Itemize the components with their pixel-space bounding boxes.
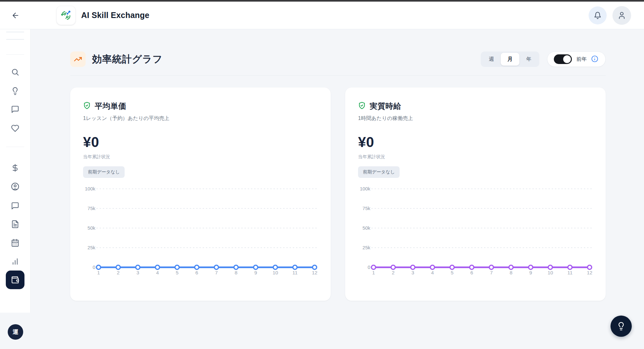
period-year-button[interactable]: 年	[519, 53, 538, 66]
lightbulb-icon	[617, 322, 626, 331]
svg-text:3: 3	[412, 270, 414, 275]
bell-icon	[594, 12, 601, 19]
sidebar-item-file-text[interactable]	[8, 217, 22, 231]
chat-icon	[11, 202, 19, 210]
svg-text:0: 0	[93, 264, 95, 270]
svg-text:0: 0	[368, 264, 370, 270]
previous-year-toggle[interactable]	[554, 54, 572, 64]
svg-text:8: 8	[235, 270, 238, 275]
svg-text:2: 2	[117, 270, 120, 275]
search-icon	[11, 68, 19, 76]
section-header: 効率統計グラフ 週 月 年 前年	[70, 51, 606, 67]
period-week-button[interactable]: 週	[482, 53, 501, 66]
svg-text:12: 12	[312, 270, 317, 275]
info-icon[interactable]	[591, 55, 599, 63]
svg-text:10: 10	[272, 270, 278, 275]
sidebar-divider	[6, 147, 24, 147]
average-price-chart: 100k75k50k25k0123456789101112	[83, 182, 318, 279]
sidebar-item-bar-chart[interactable]	[8, 254, 22, 269]
calendar-icon	[11, 239, 19, 247]
no-previous-data-badge: 前期データなし	[83, 166, 125, 178]
sidebar-item-lightbulb[interactable]	[8, 84, 22, 98]
svg-text:50k: 50k	[88, 225, 96, 231]
profile-button[interactable]	[612, 6, 631, 25]
sidebar-divider	[6, 54, 24, 55]
svg-text:75k: 75k	[363, 206, 371, 211]
svg-text:9: 9	[529, 270, 532, 275]
svg-text:12: 12	[587, 270, 592, 275]
svg-text:1: 1	[372, 270, 375, 275]
svg-text:6: 6	[470, 270, 473, 275]
svg-text:100k: 100k	[360, 186, 370, 191]
user-circle-icon	[11, 182, 19, 191]
period-month-button[interactable]: 月	[501, 53, 519, 66]
previous-year-toggle-group: 前年	[547, 51, 606, 67]
main-content: 効率統計グラフ 週 月 年 前年	[31, 29, 644, 349]
app-header: AI Skill Exchange	[0, 2, 644, 29]
section-divider	[70, 75, 606, 76]
svg-text:8: 8	[510, 270, 513, 275]
user-icon	[618, 11, 626, 20]
svg-text:10: 10	[547, 270, 553, 275]
back-arrow-icon	[11, 11, 20, 20]
hourly-wage-chart: 100k75k50k25k0123456789101112	[358, 182, 593, 279]
svg-text:5: 5	[176, 270, 179, 275]
svg-text:11: 11	[292, 270, 298, 275]
operator-badge[interactable]: 運	[8, 324, 23, 340]
file-text-icon	[11, 220, 19, 228]
heart-icon	[11, 124, 19, 133]
app-logo-icon	[57, 6, 75, 25]
svg-text:1: 1	[97, 270, 100, 275]
sidebar-placeholder-bar	[6, 39, 24, 40]
no-previous-data-badge: 前期データなし	[358, 166, 400, 178]
svg-text:7: 7	[490, 270, 493, 275]
svg-text:3: 3	[137, 270, 139, 275]
svg-text:4: 4	[156, 270, 159, 275]
card-caption: 当年累計状況	[358, 154, 593, 160]
svg-text:75k: 75k	[88, 206, 96, 211]
page-title: 効率統計グラフ	[92, 53, 163, 66]
sidebar-item-search[interactable]	[8, 65, 22, 79]
wallet-icon	[11, 276, 19, 284]
card-caption: 当年累計状況	[83, 154, 318, 160]
trending-up-icon	[70, 51, 86, 67]
hourly-wage-card: 実質時給 1時間あたりの稼働売上 ¥0 当年累計状況 前期データなし 100k7…	[345, 87, 606, 301]
sidebar-item-user-circle[interactable]	[8, 179, 22, 194]
brand: AI Skill Exchange	[57, 6, 149, 25]
svg-text:6: 6	[195, 270, 198, 275]
svg-text:5: 5	[451, 270, 454, 275]
message-icon	[11, 105, 19, 114]
bar-chart-icon	[11, 257, 19, 266]
sidebar-item-heart[interactable]	[8, 121, 22, 135]
back-button[interactable]	[9, 9, 22, 22]
svg-text:50k: 50k	[363, 225, 371, 231]
help-fab-button[interactable]	[611, 316, 632, 337]
sidebar-item-chat[interactable]	[8, 199, 22, 213]
sidebar-item-dollar[interactable]	[8, 161, 22, 175]
svg-text:9: 9	[254, 270, 257, 275]
shield-check-icon	[358, 102, 366, 111]
svg-text:7: 7	[215, 270, 218, 275]
svg-text:25k: 25k	[363, 245, 371, 250]
app-title: AI Skill Exchange	[81, 11, 149, 20]
card-title: 平均単価	[95, 101, 126, 111]
toggle-label: 前年	[576, 56, 587, 63]
top-strip	[0, 0, 644, 2]
notifications-button[interactable]	[589, 6, 607, 24]
average-price-card: 平均単価 1レッスン（予約）あたりの平均売上 ¥0 当年累計状況 前期データなし…	[70, 87, 331, 301]
shield-check-icon	[83, 102, 91, 111]
svg-text:100k: 100k	[85, 186, 95, 191]
card-subtitle: 1時間あたりの稼働売上	[358, 115, 593, 122]
svg-text:25k: 25k	[88, 245, 96, 250]
period-selector: 週 月 年	[481, 51, 539, 67]
sidebar-item-message[interactable]	[8, 102, 22, 116]
sidebar-placeholder-bar	[6, 32, 24, 32]
lightbulb-icon	[11, 87, 19, 95]
card-title: 実質時給	[370, 101, 401, 111]
sidebar-item-wallet[interactable]	[6, 271, 24, 289]
sidebar-item-calendar[interactable]	[8, 236, 22, 250]
svg-text:11: 11	[567, 270, 573, 275]
card-value: ¥0	[358, 134, 593, 150]
dollar-icon	[11, 164, 19, 172]
card-value: ¥0	[83, 134, 318, 150]
